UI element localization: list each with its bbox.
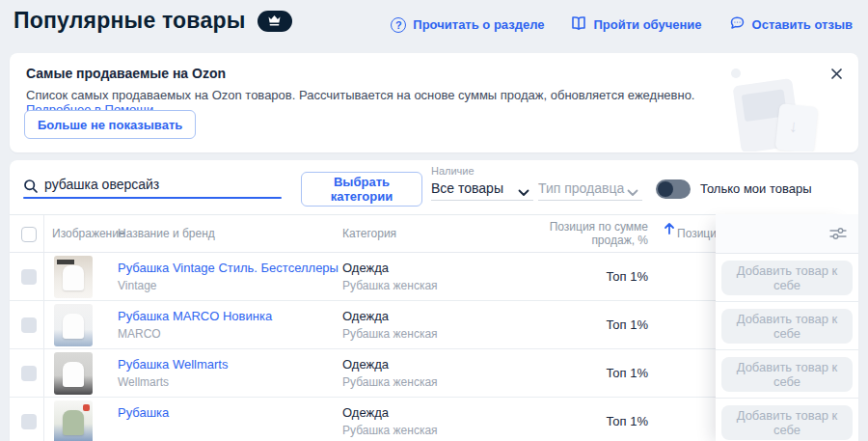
add-product-button[interactable]: Добавить товар к себе xyxy=(721,309,853,344)
take-training-label: Пройти обучение xyxy=(593,17,701,32)
leave-feedback-label: Оставить отзыв xyxy=(752,17,853,32)
product-category: Одежда xyxy=(342,357,389,372)
sticky-column-header xyxy=(716,214,858,254)
row-action-cell: Добавить товар к себе xyxy=(716,350,858,399)
row-checkbox[interactable] xyxy=(21,317,37,333)
read-about-section-link[interactable]: ? Прочитать о разделе xyxy=(391,17,544,33)
seller-type-placeholder: Тип продавца xyxy=(538,180,624,196)
product-subcategory: Рубашка женская xyxy=(342,279,438,292)
checkbox-column xyxy=(10,215,44,252)
row-action-cell: Добавить товар к себе xyxy=(716,254,858,302)
row-action-cell: Добавить товар к себе xyxy=(716,399,858,441)
premium-badge xyxy=(258,11,292,32)
row-action-cell: Добавить товар к себе xyxy=(716,302,858,350)
dismiss-banner-button[interactable]: Больше не показывать xyxy=(24,110,196,139)
column-position-sales[interactable]: Позиция по сумме продаж, % xyxy=(550,215,648,252)
chat-feedback-icon xyxy=(729,15,746,34)
product-name-link[interactable]: Рубашка xyxy=(118,405,169,420)
product-image xyxy=(54,256,93,298)
page-title: Популярные товары xyxy=(14,8,246,34)
sales-position-value: Топ 1% xyxy=(606,317,648,332)
arrow-up-icon[interactable] xyxy=(664,222,675,238)
availability-value: Все товары xyxy=(431,180,503,196)
sticky-action-column: Добавить товар к себе Добавить товар к с… xyxy=(716,214,858,441)
product-image xyxy=(54,352,93,395)
select-underline xyxy=(431,200,533,201)
column-sliders-icon[interactable] xyxy=(829,226,847,245)
availability-label: Наличие xyxy=(431,165,475,177)
row-checkbox[interactable] xyxy=(21,269,37,285)
product-image xyxy=(54,400,93,441)
question-circle-icon: ? xyxy=(391,17,406,33)
sales-position-value: Топ 1% xyxy=(606,269,648,284)
add-product-button[interactable]: Добавить товар к себе xyxy=(721,357,853,392)
select-all-checkbox[interactable] xyxy=(21,227,37,242)
search-underline xyxy=(23,197,282,199)
product-subcategory: Рубашка женская xyxy=(342,375,438,389)
only-my-goods-label: Только мои товары xyxy=(700,181,812,196)
select-categories-button[interactable]: Выбрать категории xyxy=(301,172,422,207)
seller-type-select[interactable]: Тип продавца xyxy=(538,179,642,197)
add-product-button[interactable]: Добавить товар к себе xyxy=(721,405,853,440)
checkbox-column xyxy=(10,398,44,441)
column-image: Изображение xyxy=(52,215,125,252)
search-input[interactable]: рубашка оверсайз xyxy=(44,177,159,192)
popular-products-page: Популярные товары ? Прочитать о разделе … xyxy=(0,0,868,441)
search-icon xyxy=(23,179,39,198)
product-subcategory: Рубашка женская xyxy=(342,327,438,341)
only-my-goods-toggle[interactable] xyxy=(656,179,691,199)
column-position-sales-line2: продаж, % xyxy=(550,234,648,247)
product-brand: MARCO xyxy=(118,327,161,341)
banner-title: Самые продаваемые на Ozon xyxy=(26,66,226,81)
decor-dot xyxy=(731,69,741,78)
product-image xyxy=(54,304,93,346)
checkbox-column xyxy=(10,301,44,348)
sales-position-value: Топ 1% xyxy=(606,414,648,428)
product-name-link[interactable]: Рубашка Vintage Стиль. Бестселлеры xyxy=(118,261,339,275)
header-links: ? Прочитать о разделе Пройти обучение Ос… xyxy=(391,15,853,34)
book-icon xyxy=(571,15,586,34)
page-header: Популярные товары xyxy=(14,8,292,34)
column-category: Категория xyxy=(342,215,396,252)
product-subcategory: Рубашка женская xyxy=(342,424,438,437)
checkbox-column xyxy=(10,253,44,300)
close-icon[interactable] xyxy=(827,65,845,82)
info-banner: Самые продаваемые на Ozon Список самых п… xyxy=(10,53,858,152)
products-panel: рубашка оверсайз Выбрать категории Налич… xyxy=(10,160,858,441)
column-name-brand: Название и бренд xyxy=(118,215,215,252)
chevron-down-icon xyxy=(518,183,529,201)
leave-feedback-link[interactable]: Оставить отзыв xyxy=(729,15,853,34)
product-name-link[interactable]: Рубашка MARCO Новинка xyxy=(118,309,272,323)
crown-icon xyxy=(267,13,282,30)
product-category: Одежда xyxy=(342,261,389,275)
take-training-link[interactable]: Пройти обучение xyxy=(571,15,701,34)
select-underline xyxy=(538,200,642,201)
chevron-down-icon xyxy=(627,183,638,201)
product-brand: Vintage xyxy=(118,279,156,292)
read-about-section-label: Прочитать о разделе xyxy=(413,17,544,32)
product-brand: Wellmarts xyxy=(118,375,169,389)
column-position-sales-line1: Позиция по сумме xyxy=(550,220,648,234)
product-category: Одежда xyxy=(342,405,389,420)
product-name-link[interactable]: Рубашка Wellmarts xyxy=(118,357,228,372)
availability-select[interactable]: Все товары xyxy=(431,179,533,197)
checkbox-column xyxy=(10,349,44,397)
row-checkbox[interactable] xyxy=(21,414,37,429)
product-category: Одежда xyxy=(342,309,389,323)
decor-download-sheet xyxy=(775,103,819,152)
sales-position-value: Топ 1% xyxy=(606,366,648,380)
row-checkbox[interactable] xyxy=(21,366,37,381)
banner-description-text: Список самых продаваемых на Ozon товаров… xyxy=(26,88,694,102)
add-product-button[interactable]: Добавить товар к себе xyxy=(721,261,853,295)
toggle-knob xyxy=(658,181,673,197)
